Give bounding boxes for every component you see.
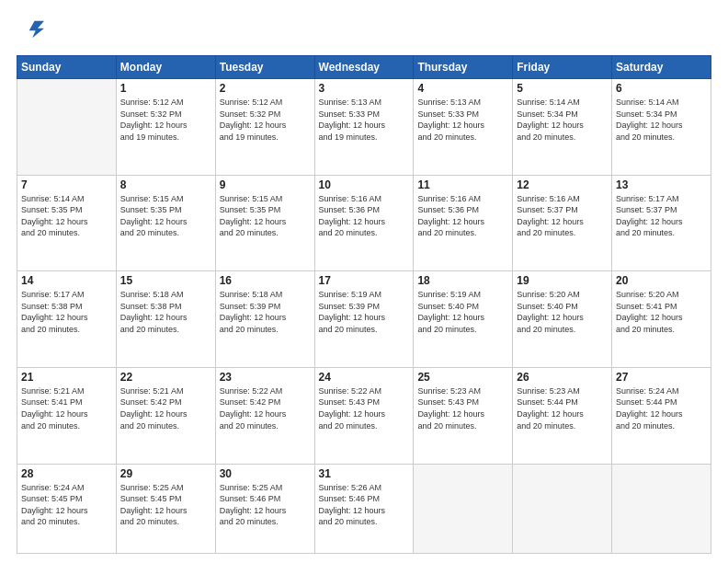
- day-number: 15: [120, 274, 211, 287]
- day-number: 29: [120, 467, 211, 480]
- day-number: 8: [120, 178, 211, 191]
- day-number: 5: [517, 82, 608, 95]
- day-info: Sunrise: 5:18 AMSunset: 5:38 PMDaylight:…: [120, 289, 211, 335]
- day-number: 23: [220, 371, 311, 384]
- calendar-cell: 14Sunrise: 5:17 AMSunset: 5:38 PMDayligh…: [17, 271, 117, 368]
- day-number: 30: [220, 467, 311, 480]
- weekday-header: Saturday: [612, 56, 711, 79]
- day-number: 1: [120, 82, 211, 95]
- day-info: Sunrise: 5:25 AMSunset: 5:45 PMDaylight:…: [120, 482, 211, 528]
- calendar-cell: 22Sunrise: 5:21 AMSunset: 5:42 PMDayligh…: [116, 367, 215, 464]
- page: SundayMondayTuesdayWednesdayThursdayFrid…: [0, 0, 728, 563]
- calendar-cell: [513, 464, 612, 554]
- day-info: Sunrise: 5:24 AMSunset: 5:44 PMDaylight:…: [616, 385, 707, 431]
- calendar-cell: 6Sunrise: 5:14 AMSunset: 5:34 PMDaylight…: [612, 79, 711, 176]
- day-info: Sunrise: 5:15 AMSunset: 5:35 PMDaylight:…: [120, 193, 211, 239]
- day-info: Sunrise: 5:24 AMSunset: 5:45 PMDaylight:…: [21, 482, 112, 528]
- week-row: 7Sunrise: 5:14 AMSunset: 5:35 PMDaylight…: [17, 175, 711, 271]
- logo: [17, 17, 44, 46]
- day-number: 4: [417, 82, 508, 95]
- day-number: 16: [220, 274, 311, 287]
- day-number: 18: [417, 274, 508, 287]
- day-info: Sunrise: 5:20 AMSunset: 5:40 PMDaylight:…: [517, 289, 608, 335]
- calendar-cell: 16Sunrise: 5:18 AMSunset: 5:39 PMDayligh…: [215, 271, 314, 368]
- calendar-cell: 4Sunrise: 5:13 AMSunset: 5:33 PMDaylight…: [414, 79, 513, 176]
- calendar-cell: 5Sunrise: 5:14 AMSunset: 5:34 PMDaylight…: [513, 79, 612, 176]
- day-number: 3: [319, 82, 410, 95]
- week-row: 1Sunrise: 5:12 AMSunset: 5:32 PMDaylight…: [17, 79, 711, 176]
- day-number: 22: [120, 371, 211, 384]
- week-row: 14Sunrise: 5:17 AMSunset: 5:38 PMDayligh…: [17, 271, 711, 368]
- day-info: Sunrise: 5:22 AMSunset: 5:42 PMDaylight:…: [220, 385, 311, 431]
- day-info: Sunrise: 5:23 AMSunset: 5:44 PMDaylight:…: [517, 385, 608, 431]
- header: [17, 17, 711, 46]
- day-info: Sunrise: 5:14 AMSunset: 5:34 PMDaylight:…: [517, 97, 608, 143]
- calendar-cell: 10Sunrise: 5:16 AMSunset: 5:36 PMDayligh…: [314, 175, 414, 271]
- logo-icon: [18, 17, 44, 42]
- calendar-cell: 9Sunrise: 5:15 AMSunset: 5:35 PMDaylight…: [215, 175, 314, 271]
- day-number: 12: [517, 178, 608, 191]
- calendar-cell: 1Sunrise: 5:12 AMSunset: 5:32 PMDaylight…: [116, 79, 215, 176]
- calendar-cell: 8Sunrise: 5:15 AMSunset: 5:35 PMDaylight…: [116, 175, 215, 271]
- day-info: Sunrise: 5:25 AMSunset: 5:46 PMDaylight:…: [220, 482, 311, 528]
- weekday-header: Monday: [116, 56, 215, 79]
- day-info: Sunrise: 5:22 AMSunset: 5:43 PMDaylight:…: [319, 385, 410, 431]
- day-info: Sunrise: 5:13 AMSunset: 5:33 PMDaylight:…: [417, 97, 508, 143]
- day-number: 25: [417, 371, 508, 384]
- week-row: 28Sunrise: 5:24 AMSunset: 5:45 PMDayligh…: [17, 464, 711, 554]
- day-number: 28: [21, 467, 112, 480]
- calendar-cell: [17, 79, 117, 176]
- calendar-cell: 19Sunrise: 5:20 AMSunset: 5:40 PMDayligh…: [513, 271, 612, 368]
- calendar-cell: 20Sunrise: 5:20 AMSunset: 5:41 PMDayligh…: [612, 271, 711, 368]
- weekday-header: Thursday: [414, 56, 513, 79]
- calendar-cell: 7Sunrise: 5:14 AMSunset: 5:35 PMDaylight…: [17, 175, 117, 271]
- day-number: 17: [319, 274, 410, 287]
- calendar-cell: 21Sunrise: 5:21 AMSunset: 5:41 PMDayligh…: [17, 367, 117, 464]
- day-info: Sunrise: 5:14 AMSunset: 5:35 PMDaylight:…: [21, 193, 112, 239]
- day-info: Sunrise: 5:12 AMSunset: 5:32 PMDaylight:…: [220, 97, 311, 143]
- calendar-cell: 26Sunrise: 5:23 AMSunset: 5:44 PMDayligh…: [513, 367, 612, 464]
- weekday-header: Friday: [513, 56, 612, 79]
- calendar-cell: 18Sunrise: 5:19 AMSunset: 5:40 PMDayligh…: [414, 271, 513, 368]
- day-info: Sunrise: 5:18 AMSunset: 5:39 PMDaylight:…: [220, 289, 311, 335]
- calendar-cell: 17Sunrise: 5:19 AMSunset: 5:39 PMDayligh…: [314, 271, 414, 368]
- day-info: Sunrise: 5:14 AMSunset: 5:34 PMDaylight:…: [616, 97, 707, 143]
- day-info: Sunrise: 5:21 AMSunset: 5:41 PMDaylight:…: [21, 385, 112, 431]
- calendar-cell: 13Sunrise: 5:17 AMSunset: 5:37 PMDayligh…: [612, 175, 711, 271]
- day-info: Sunrise: 5:15 AMSunset: 5:35 PMDaylight:…: [220, 193, 311, 239]
- day-info: Sunrise: 5:17 AMSunset: 5:37 PMDaylight:…: [616, 193, 707, 239]
- day-number: 20: [616, 274, 707, 287]
- day-info: Sunrise: 5:20 AMSunset: 5:41 PMDaylight:…: [616, 289, 707, 335]
- day-info: Sunrise: 5:23 AMSunset: 5:43 PMDaylight:…: [417, 385, 508, 431]
- calendar-cell: 12Sunrise: 5:16 AMSunset: 5:37 PMDayligh…: [513, 175, 612, 271]
- day-number: 27: [616, 371, 707, 384]
- day-info: Sunrise: 5:17 AMSunset: 5:38 PMDaylight:…: [21, 289, 112, 335]
- day-info: Sunrise: 5:12 AMSunset: 5:32 PMDaylight:…: [120, 97, 211, 143]
- day-info: Sunrise: 5:16 AMSunset: 5:36 PMDaylight:…: [319, 193, 410, 239]
- calendar-cell: 23Sunrise: 5:22 AMSunset: 5:42 PMDayligh…: [215, 367, 314, 464]
- day-info: Sunrise: 5:19 AMSunset: 5:40 PMDaylight:…: [417, 289, 508, 335]
- week-row: 21Sunrise: 5:21 AMSunset: 5:41 PMDayligh…: [17, 367, 711, 464]
- day-number: 7: [21, 178, 112, 191]
- day-number: 6: [616, 82, 707, 95]
- day-info: Sunrise: 5:19 AMSunset: 5:39 PMDaylight:…: [319, 289, 410, 335]
- day-number: 11: [417, 178, 508, 191]
- day-number: 10: [319, 178, 410, 191]
- calendar-cell: 2Sunrise: 5:12 AMSunset: 5:32 PMDaylight…: [215, 79, 314, 176]
- calendar-cell: [612, 464, 711, 554]
- day-info: Sunrise: 5:13 AMSunset: 5:33 PMDaylight:…: [319, 97, 410, 143]
- weekday-header: Tuesday: [215, 56, 314, 79]
- calendar-cell: 31Sunrise: 5:26 AMSunset: 5:46 PMDayligh…: [314, 464, 414, 554]
- day-number: 19: [517, 274, 608, 287]
- day-info: Sunrise: 5:16 AMSunset: 5:37 PMDaylight:…: [517, 193, 608, 239]
- day-number: 31: [319, 467, 410, 480]
- svg-marker-0: [29, 21, 44, 39]
- calendar-cell: 15Sunrise: 5:18 AMSunset: 5:38 PMDayligh…: [116, 271, 215, 368]
- calendar-cell: 3Sunrise: 5:13 AMSunset: 5:33 PMDaylight…: [314, 79, 414, 176]
- day-info: Sunrise: 5:21 AMSunset: 5:42 PMDaylight:…: [120, 385, 211, 431]
- calendar-table: SundayMondayTuesdayWednesdayThursdayFrid…: [17, 55, 711, 554]
- day-number: 13: [616, 178, 707, 191]
- day-number: 2: [220, 82, 311, 95]
- day-number: 21: [21, 371, 112, 384]
- day-info: Sunrise: 5:16 AMSunset: 5:36 PMDaylight:…: [417, 193, 508, 239]
